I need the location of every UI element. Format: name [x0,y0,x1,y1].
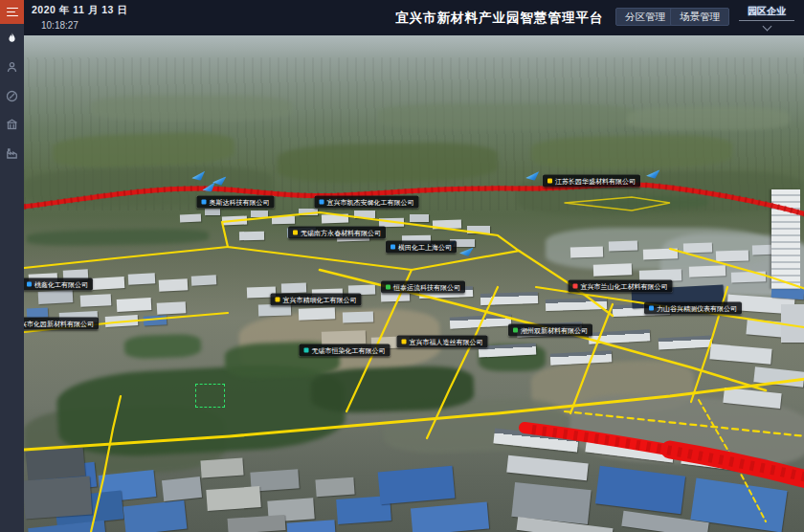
terrain-patch [531,134,733,170]
company-label[interactable]: 宜兴市凯杰安馨化工有限公司 [315,196,419,209]
map-building [322,214,348,224]
flame-icon [5,32,19,50]
company-marker-icon [276,298,280,302]
map-building [659,336,713,350]
map-building [222,216,247,226]
map-building [411,502,489,532]
map-building [546,298,607,311]
map-building [609,240,637,251]
sidebar [0,0,24,532]
company-marker-icon [573,284,578,289]
company-label[interactable]: 奥斯达科技有限公司 [197,196,275,209]
map-building [595,466,685,515]
map-building [157,301,187,315]
map-building [643,248,678,259]
gauge-icon [5,89,19,107]
map-building [23,477,93,520]
person-icon [5,60,19,78]
map-building [753,366,804,387]
company-label-text: 宜兴市凯杰安馨化工有限公司 [327,199,414,206]
sidebar-item-monitor[interactable] [0,87,24,108]
company-label[interactable]: 桃鑫化工有限公司 [22,278,93,291]
map-building [433,219,461,229]
company-marker-icon [547,179,552,184]
map-building [162,477,202,501]
company-label-text: 横田化工上海公司 [398,244,452,251]
company-label[interactable]: 宜兴市兰山化工材料有限公司 [569,280,673,293]
building-icon [5,118,19,136]
map-building [206,486,260,511]
company-marker-icon [386,285,391,290]
terrain-patch [124,334,202,360]
map-building [683,242,712,253]
map-building [180,214,201,223]
company-label[interactable]: 横田化工上海公司 [386,241,457,254]
company-label[interactable]: 宜兴市福人造丝有限公司 [397,336,488,348]
map-building [117,298,152,312]
map-building [315,477,354,498]
map-building [144,315,167,325]
map-building [299,209,318,215]
map-building [272,216,295,224]
map-building [299,307,335,320]
map-building [589,329,651,344]
map-building [593,263,632,276]
map-building [105,315,139,327]
company-label-text: 无锡南方永春材料有限公司 [301,230,381,236]
sidebar-item-personnel[interactable] [0,58,24,79]
company-label[interactable]: 宜兴市精细化工有限公司 [271,294,362,306]
terrain-patch [627,107,790,130]
map-building [123,500,188,532]
map-building [287,520,336,532]
page-title: 宜兴市新材料产业园智慧管理平台 [395,10,604,27]
company-label[interactable]: 无锡南方永春材料有限公司 [288,227,386,239]
map-building [378,466,456,505]
terrain-patch [378,103,636,130]
chevron-down-icon [762,22,771,32]
company-label-text: 力山谷兴精测仪表有限公司 [657,305,737,312]
company-label[interactable]: 无锡市恒染化工有限公司 [300,344,391,357]
map-building [716,250,748,261]
map-building [570,246,603,257]
zone-management-button[interactable]: 分区管理 [615,8,675,26]
selection-box [195,384,225,408]
topbar: 2020 年 11 月 13 日 10:18:27 宜兴市新材料产业园智慧管理平… [24,0,804,35]
time-label: 10:18:27 [41,20,127,31]
date-label: 2020 年 11 月 13 日 [32,4,127,17]
map-building [128,273,156,284]
map-building [251,211,268,217]
map-building [80,294,112,307]
map-building [709,344,771,365]
company-label-text: 奥斯达科技有限公司 [210,199,270,206]
scene-management-button[interactable]: 场景管理 [670,8,729,26]
map-building [26,447,85,480]
company-label[interactable]: 潮州双新材料有限公司 [508,324,592,337]
company-marker-icon [27,282,32,287]
sidebar-item-statistics[interactable] [0,144,24,166]
map-building [322,330,366,345]
company-label[interactable]: 力山谷兴精测仪表有限公司 [644,302,742,315]
company-label-text: 恒泰运流科技有限公司 [393,284,460,291]
map-building [343,311,373,322]
map-building [480,292,538,305]
map-building [159,278,189,292]
company-marker-icon [391,245,395,250]
dropdown-label: 园区企业 [748,5,786,20]
terrain-patch [278,142,499,184]
datetime: 2020 年 11 月 13 日 10:18:27 [32,4,127,31]
map-3d-view[interactable] [0,0,804,532]
company-label[interactable]: 江苏长园华盛材料有限公司 [543,175,640,188]
company-marker-icon [649,306,654,311]
map-building [450,314,512,328]
map-building [506,455,588,481]
company-label[interactable]: 恒泰运流科技有限公司 [381,281,465,294]
sidebar-item-enterprise[interactable] [0,116,24,137]
map-building [781,304,804,343]
park-enterprise-dropdown[interactable]: 园区企业 [737,5,796,30]
map-building [731,271,766,282]
sidebar-item-fire[interactable] [0,30,24,51]
company-marker-icon [320,200,324,205]
map-building [191,275,216,285]
factory-icon [5,146,19,165]
menu-icon[interactable] [0,0,24,24]
